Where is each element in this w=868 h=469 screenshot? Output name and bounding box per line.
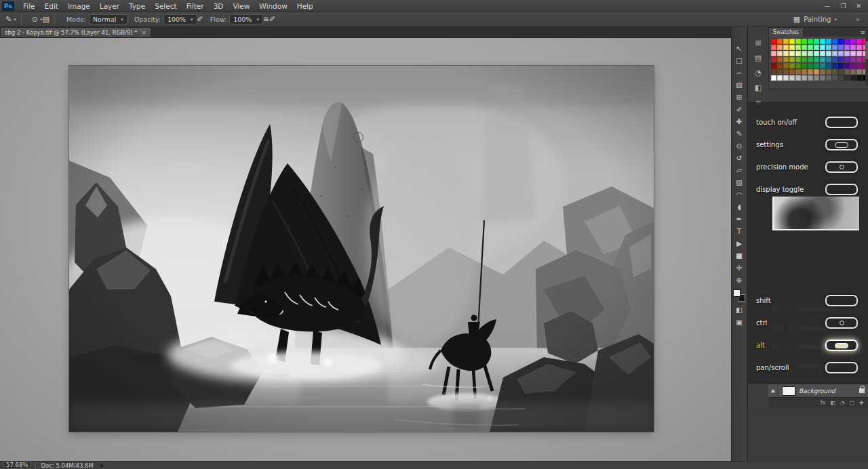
menu-layer[interactable]: Layer [95, 0, 124, 12]
swatch-4-3[interactable] [789, 63, 795, 68]
menu-help[interactable]: Help [292, 0, 318, 12]
swatch-5-10[interactable] [832, 69, 837, 75]
swatch-3-4[interactable] [795, 57, 801, 62]
swatch-5-12[interactable] [844, 69, 850, 75]
menu-filter[interactable]: Filter [182, 0, 209, 12]
swatch-5-2[interactable] [783, 69, 789, 75]
gradient-tool-icon[interactable]: ▨ [733, 176, 745, 188]
swatch-6-3[interactable] [789, 75, 795, 81]
swatch-0-4[interactable] [795, 39, 801, 44]
swatch-4-0[interactable] [771, 63, 776, 68]
swatch-4-2[interactable] [783, 63, 789, 68]
swatch-5-14[interactable] [856, 69, 862, 75]
swatch-4-13[interactable] [850, 63, 856, 68]
brush-preset-icon[interactable]: ✎ [5, 13, 12, 26]
navigator-panel-icon[interactable]: ⊞ [751, 38, 766, 49]
swatch-5-13[interactable] [850, 69, 856, 75]
swatch-0-10[interactable] [832, 39, 837, 44]
swatch-2-13[interactable] [850, 51, 856, 56]
swatch-2-8[interactable] [820, 51, 825, 56]
status-arrow-icon[interactable]: ▶ [100, 463, 104, 468]
swatch-4-6[interactable] [808, 63, 813, 68]
brush-picker-icon[interactable]: ⊙ [32, 13, 38, 26]
brush-tool-icon[interactable]: ✎ [733, 127, 745, 140]
swatch-0-14[interactable] [856, 39, 862, 44]
swatch-6-7[interactable] [814, 75, 819, 81]
swatch-6-0[interactable] [771, 75, 776, 81]
swatch-6-12[interactable] [844, 75, 850, 81]
swatch-5-11[interactable] [838, 69, 844, 75]
swatch-3-14[interactable] [856, 57, 862, 62]
swatch-3-9[interactable] [826, 57, 831, 62]
swatch-1-11[interactable] [838, 45, 844, 50]
swatch-5-8[interactable] [820, 69, 825, 75]
swatch-1-5[interactable] [802, 45, 807, 50]
color-panel-icon[interactable]: ◧ [751, 83, 766, 94]
swatch-0-5[interactable] [802, 39, 807, 44]
healing-tool-icon[interactable]: ✚ [733, 115, 745, 127]
swatch-6-13[interactable] [850, 75, 856, 81]
dodge-tool-icon[interactable]: ◖ [733, 201, 745, 213]
swatch-3-12[interactable] [844, 57, 850, 62]
zoom-level[interactable]: 57.68% [3, 462, 31, 469]
foreground-color-chip[interactable] [733, 289, 741, 297]
menu-edit[interactable]: Edit [40, 0, 63, 12]
swatch-4-9[interactable] [826, 63, 831, 68]
overlay-button-ctrl[interactable] [825, 317, 858, 329]
layer-row-background[interactable]: ◉ Background [768, 384, 868, 397]
swatch-2-0[interactable] [771, 51, 776, 56]
swatch-3-0[interactable] [771, 57, 776, 62]
pressure-size-icon[interactable]: ✐ [269, 13, 275, 26]
swatch-4-8[interactable] [820, 63, 825, 68]
swatch-1-3[interactable] [789, 45, 795, 50]
swatch-6-11[interactable] [838, 75, 844, 81]
swatch-4-5[interactable] [802, 63, 807, 68]
eraser-tool-icon[interactable]: ▱ [733, 164, 745, 176]
swatch-2-2[interactable] [783, 51, 789, 56]
panel-menu-icon[interactable]: ≡ [860, 29, 868, 36]
swatch-3-10[interactable] [832, 57, 837, 62]
mode-select[interactable]: Normal ▾ [89, 14, 127, 24]
swatch-3-3[interactable] [789, 57, 795, 62]
swatch-4-4[interactable] [795, 63, 801, 68]
swatch-5-4[interactable] [795, 69, 801, 75]
swatch-3-6[interactable] [808, 57, 813, 62]
swatch-3-7[interactable] [814, 57, 819, 62]
layers-footer-icon-4[interactable]: ✚ [859, 400, 864, 406]
swatch-4-14[interactable] [856, 63, 862, 68]
canvas-area[interactable] [0, 38, 731, 461]
swatch-0-7[interactable] [814, 39, 819, 44]
histogram-panel-icon[interactable]: ▤ [751, 53, 766, 64]
pen-tool-icon[interactable]: ✒ [733, 213, 745, 225]
menu-3d[interactable]: 3D [209, 0, 229, 12]
swatch-1-10[interactable] [832, 45, 837, 50]
swatch-2-9[interactable] [826, 51, 831, 56]
swatch-5-0[interactable] [771, 69, 776, 75]
lasso-tool-icon[interactable]: ∽ [733, 66, 745, 79]
swatches-scrollbar[interactable] [865, 37, 868, 86]
swatch-6-8[interactable] [820, 75, 825, 81]
flow-select[interactable]: 100% ▾ [229, 14, 263, 24]
layers-footer-icon-0[interactable]: fx [821, 400, 826, 406]
pressure-opacity-icon[interactable]: ✐ [197, 13, 203, 26]
swatch-2-12[interactable] [844, 51, 850, 56]
swatch-1-12[interactable] [844, 45, 850, 50]
swatch-1-6[interactable] [808, 45, 813, 50]
overlay-button-precision-mode[interactable] [825, 161, 858, 173]
swatch-4-7[interactable] [814, 63, 819, 68]
history-brush-tool-icon[interactable]: ↺ [733, 152, 745, 164]
overlay-button-alt[interactable] [825, 340, 858, 351]
blur-tool-icon[interactable]: ◠ [733, 188, 745, 201]
swatch-5-6[interactable] [808, 69, 813, 75]
swatch-3-8[interactable] [820, 57, 825, 62]
swatch-6-5[interactable] [802, 75, 807, 81]
marquee-tool-icon[interactable]: □ [733, 54, 745, 66]
swatch-3-11[interactable] [838, 57, 844, 62]
overlay-button-pan-scroll[interactable] [825, 362, 858, 373]
document-tab[interactable]: sbg 2 - Kopya.tif @ 57,7% (Layer 41, RGB… [0, 27, 151, 37]
clone-stamp-tool-icon[interactable]: ⊙ [733, 140, 745, 152]
swatch-2-5[interactable] [802, 51, 807, 56]
swatch-3-2[interactable] [783, 57, 789, 62]
layers-footer-icon-2[interactable]: ◔ [840, 400, 845, 406]
menu-window[interactable]: Window [254, 0, 292, 12]
